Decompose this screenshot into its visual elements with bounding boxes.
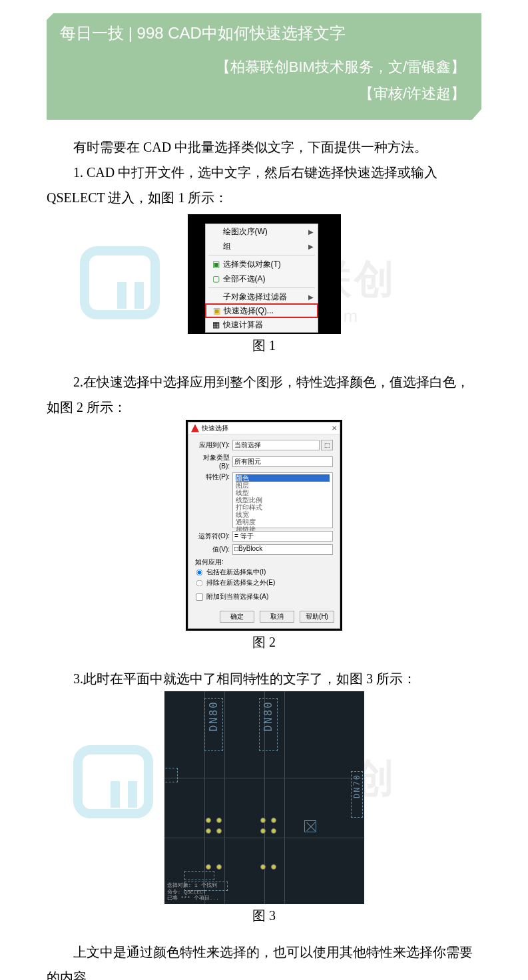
submenu-arrow-icon: ▶	[308, 228, 314, 236]
cad-symbol-x	[304, 820, 316, 832]
menu-item-subobject-filter[interactable]: 子对象选择过滤器 ▶	[206, 289, 318, 304]
close-icon[interactable]: ✕	[332, 424, 337, 432]
list-item[interactable]: 线型	[236, 489, 330, 496]
list-item[interactable]: 颜色	[236, 474, 330, 482]
quick-select-icon: ▣	[210, 306, 224, 315]
menu-separator	[208, 255, 315, 255]
dialog-titlebar: 快速选择 ✕	[188, 422, 340, 434]
figure-caption-2: 图 2	[47, 633, 481, 651]
operator-label: 运算符(O):	[195, 532, 232, 541]
submenu-arrow-icon: ▶	[308, 293, 314, 301]
menu-label: 快速选择(Q)...	[224, 305, 313, 317]
menu-label: 子对象选择过滤器	[223, 291, 308, 303]
ok-button[interactable]: 确定	[220, 611, 254, 623]
apply-to-combo[interactable]: 当前选择	[232, 440, 320, 450]
paragraph-step3: 3.此时在平面中就选中了相同特性的文字了，如图 3 所示：	[47, 666, 481, 691]
header-reviewer: 【审核/许述超】	[60, 84, 465, 104]
deselect-icon: ▢	[210, 274, 223, 283]
menu-separator	[208, 287, 315, 288]
object-type-label: 对象类型(B):	[195, 453, 232, 470]
list-item[interactable]: 图层	[236, 482, 330, 489]
object-type-combo[interactable]: 所有图元	[232, 456, 333, 467]
radio-include[interactable]: 包括在新选择集中(I)	[195, 568, 266, 575]
list-item[interactable]: 透明度	[236, 518, 330, 526]
pick-objects-button[interactable]: ⬚	[321, 440, 333, 450]
app-icon	[191, 424, 199, 432]
property-listbox[interactable]: 颜色 图层 线型 线型比例 打印样式 线宽 透明度 超链接	[232, 472, 333, 528]
radio-exclude[interactable]: 排除在新选择集之外(E)	[195, 579, 275, 586]
quick-select-dialog: 快速选择 ✕ 应用到(Y): 当前选择 ⬚ 对象类型(B): 所有图	[188, 422, 340, 629]
menu-item-group[interactable]: 组 ▶	[206, 239, 318, 253]
apply-to-label: 应用到(Y):	[195, 440, 232, 450]
menu-label: 组	[223, 241, 308, 252]
figure-2: 快速选择 ✕ 应用到(Y): 当前选择 ⬚ 对象类型(B): 所有图	[47, 420, 481, 631]
operator-combo[interactable]: = 等于	[232, 531, 333, 542]
menu-label: 绘图次序(W)	[223, 226, 308, 238]
paragraph-conclusion: 上文中是通过颜色特性来选择的，也可以使用其他特性来选择你需要的内容。	[47, 939, 481, 980]
menu-item-deselect-all[interactable]: ▢ 全部不选(A)	[206, 271, 318, 286]
value-combo[interactable]: □ByBlock	[232, 544, 333, 555]
figure-caption-3: 图 3	[47, 907, 481, 925]
dialog-title: 快速选择	[202, 424, 228, 433]
list-item[interactable]: 线型比例	[236, 496, 330, 504]
figure-3: DN80 DN80 楼10 DN70	[47, 691, 481, 904]
menu-item-select-similar[interactable]: ▣ 选择类似对象(T)	[206, 257, 318, 271]
header-subtitle: 【柏慕联创BIM技术服务，文/雷银鑫】	[60, 57, 465, 77]
cad-command-line: 选择对象: 1 个找到 命令: QSELECT 已将 *** 个项目...	[167, 882, 219, 901]
submenu-arrow-icon: ▶	[308, 243, 314, 250]
cad-text-dn80: DN80	[207, 701, 220, 732]
calculator-icon: ▦	[210, 320, 223, 329]
figure-1: 绘图次序(W) ▶ 组 ▶ ▣ 选择类似对象(T) ▢ 全部不选(A)	[47, 214, 481, 334]
list-item[interactable]: 线宽	[236, 511, 330, 518]
menu-label: 选择类似对象(T)	[223, 259, 314, 270]
property-label: 特性(P):	[195, 472, 232, 482]
paragraph-step1: 1. CAD 中打开文件，选中文字，然后右键选择快速选择或输入 QSELECT …	[47, 160, 481, 210]
menu-label: 全部不选(A)	[223, 273, 314, 285]
value-label: 值(V):	[195, 545, 232, 554]
menu-item-quick-select[interactable]: ▣ 快速选择(Q)...	[205, 303, 318, 318]
header-banner: 每日一技 | 998 CAD中如何快速选择文字 【柏慕联创BIM技术服务，文/雷…	[47, 13, 481, 120]
page-title: 每日一技 | 998 CAD中如何快速选择文字	[60, 23, 465, 44]
cancel-button[interactable]: 取消	[260, 611, 294, 623]
list-item[interactable]: 打印样式	[236, 504, 330, 511]
context-menu: 绘图次序(W) ▶ 组 ▶ ▣ 选择类似对象(T) ▢ 全部不选(A)	[205, 224, 318, 333]
select-similar-icon: ▣	[210, 259, 223, 269]
paragraph-step2: 2.在快速选择中选择应用到整个图形，特性选择颜色，值选择白色，如图 2 所示：	[47, 369, 481, 420]
cad-text-dn80: DN80	[262, 701, 274, 732]
menu-item-quick-calc[interactable]: ▦ 快速计算器	[206, 317, 318, 332]
cad-text-dn70: DN70	[352, 774, 362, 798]
figure-caption-1: 图 1	[47, 337, 481, 355]
menu-item-draw-order[interactable]: 绘图次序(W) ▶	[206, 224, 318, 239]
menu-label: 快速计算器	[223, 319, 314, 331]
how-to-apply-label: 如何应用:	[195, 558, 333, 567]
help-button[interactable]: 帮助(H)	[300, 611, 334, 623]
checkbox-append[interactable]: 附加到当前选择集(A)	[195, 593, 268, 600]
cad-viewport: DN80 DN80 楼10 DN70	[164, 691, 364, 904]
paragraph-intro: 有时需要在 CAD 中批量选择类似文字，下面提供一种方法。	[47, 134, 481, 160]
